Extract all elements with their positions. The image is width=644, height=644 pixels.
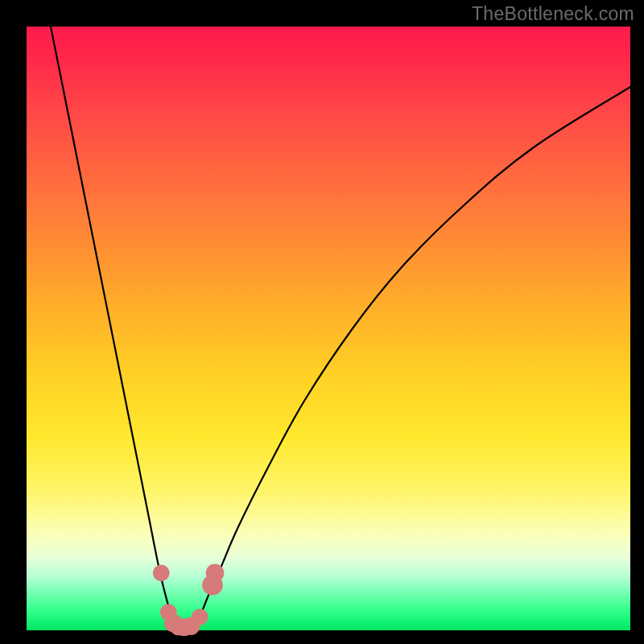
curve-group [51,27,630,627]
watermark-text: TheBottleneck.com [472,3,634,25]
data-marker [192,609,208,625]
curve-left-branch [51,27,178,627]
data-marker [206,564,225,582]
curve-right-branch [190,87,631,627]
chart-frame: TheBottleneck.com [0,0,644,644]
markers-group [153,564,224,636]
plot-area [27,27,630,630]
curve-layer [27,27,630,630]
data-marker [153,564,170,581]
